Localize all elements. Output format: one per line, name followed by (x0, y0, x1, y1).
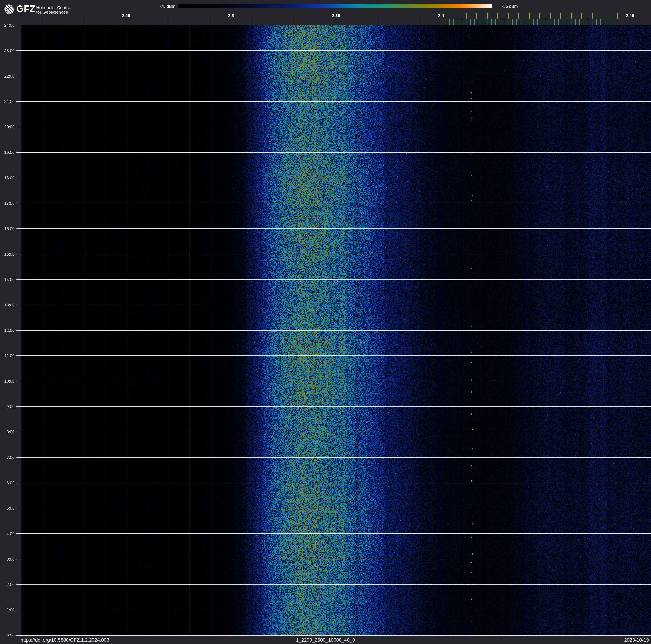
frequency-minor-tick (420, 19, 420, 25)
hour-gridline (17, 432, 651, 432)
hour-gridline (17, 51, 651, 51)
logo-subtitle: Helmholtz Centre for Geosciences (36, 5, 70, 14)
hour-gridline (17, 508, 651, 508)
logo-subtitle-line2: for Geosciences (36, 10, 70, 14)
time-tick-label: 3:00 (0, 557, 15, 562)
ble-channel-tick (487, 19, 488, 25)
hour-gridline (17, 178, 651, 178)
ble-channel-tick (563, 19, 563, 25)
time-tick-label: 9:00 (0, 404, 15, 409)
frequency-tick-label: 2.25 (114, 13, 138, 18)
ble-channel-tick (567, 19, 567, 25)
ble-channel-tick (491, 19, 492, 25)
frequency-minor-tick (252, 19, 252, 25)
frequency-minor-tick (105, 19, 105, 25)
time-tick-label: 11:00 (0, 353, 15, 358)
hour-gridline (17, 101, 651, 102)
frequency-tick-label: 2.4 (428, 13, 454, 18)
time-tick-label: 10:00 (0, 379, 15, 384)
frequency-minor-tick (630, 19, 630, 25)
ble-channel-tick (604, 19, 605, 25)
frequency-minor-tick (294, 19, 294, 25)
wifi-channel-tick (539, 12, 540, 19)
hour-gridline (17, 482, 651, 483)
ble-channel-tick (533, 19, 534, 25)
frequency-minor-tick (189, 19, 189, 25)
wifi-channel-tick (476, 12, 477, 19)
ble-channel-tick (525, 19, 525, 25)
time-tick-label: 14:00 (0, 277, 15, 282)
frequency-minor-tick (273, 19, 273, 25)
footer-bar: https://doi.org/10.5880/GFZ.1.2.2024.003… (0, 636, 651, 644)
gfz-logo-icon (4, 4, 14, 14)
ble-channel-tick (609, 19, 609, 25)
ble-channel-tick (474, 19, 475, 25)
colorbar-max-label: -55 dBm (502, 4, 518, 8)
ble-channel-tick (541, 19, 542, 25)
ble-channel-tick (575, 19, 576, 25)
wifi-channel-tick (592, 12, 593, 19)
wifi-channel-tick (497, 12, 498, 19)
ble-channel-tick (470, 19, 471, 25)
hour-gridline (17, 305, 651, 305)
frequency-minor-tick (315, 19, 315, 25)
time-tick-label: 24:00 (0, 23, 15, 28)
frequency-minor-tick (63, 19, 63, 25)
ble-channel-tick (558, 19, 559, 25)
ble-channel-tick (521, 19, 521, 25)
hour-gridline (17, 584, 651, 585)
frequency-minor-tick (21, 19, 21, 25)
frequency-minor-tick (231, 19, 231, 25)
ble-channel-tick (550, 19, 550, 25)
time-tick-label: 8:00 (0, 430, 15, 435)
hour-gridline (17, 330, 651, 331)
logo-org-text: GFZ (17, 4, 35, 13)
wifi-channel-tick (550, 12, 551, 19)
ble-channel-tick (592, 19, 592, 25)
wifi-channel-tick (560, 12, 561, 19)
frequency-minor-tick (399, 19, 399, 25)
ble-channel-tick (504, 19, 504, 25)
time-tick-label: 7:00 (0, 455, 15, 460)
hour-gridline (17, 229, 651, 229)
hour-gridline (17, 76, 651, 76)
time-tick-label: 20:00 (0, 124, 15, 129)
ble-channel-tick (462, 19, 462, 25)
ble-channel-tick (596, 19, 597, 25)
frequency-minor-tick (336, 19, 336, 25)
wifi-channel-tick (519, 12, 519, 19)
time-tick-label: 19:00 (0, 150, 15, 155)
ble-channel-tick (454, 19, 454, 25)
time-tick-label: 21:00 (0, 99, 15, 104)
time-tick-label: 5:00 (0, 506, 15, 511)
date-label: 2023-10-19 (624, 637, 649, 643)
frequency-minor-tick (147, 19, 147, 25)
frequency-minor-tick (42, 19, 42, 25)
time-tick-label: 18:00 (0, 175, 15, 180)
time-tick-label: 4:00 (0, 531, 15, 536)
wifi-channel-tick (466, 12, 467, 19)
frequency-tick-label: 2.3 (218, 13, 244, 18)
time-tick-label: 15:00 (0, 252, 15, 257)
spectrogram-page: GFZ Helmholtz Centre for Geosciences -75… (0, 0, 651, 644)
colorbar-gradient (179, 4, 492, 8)
frequency-tick-label: 2.35 (323, 13, 349, 18)
time-tick-label: 12:00 (0, 328, 15, 333)
frequency-minor-tick (210, 19, 210, 25)
ble-channel-tick (458, 19, 458, 25)
time-tick-label: 22:00 (0, 74, 15, 79)
time-tick-label: 17:00 (0, 201, 15, 206)
hour-gridline (17, 533, 651, 534)
hour-gridline (17, 381, 651, 381)
hour-gridline (17, 406, 651, 407)
ble-channel-tick (537, 19, 538, 25)
ble-channel-tick (517, 19, 517, 25)
time-tick-label: 23:00 (0, 48, 15, 53)
wifi-channel-tick (571, 12, 571, 19)
logo-subtitle-line1: Helmholtz Centre (36, 5, 70, 10)
wifi-channel-tick (582, 12, 582, 19)
hour-gridline (17, 254, 651, 254)
hour-gridline (17, 279, 651, 280)
hour-gridline (17, 152, 651, 153)
ble-channel-tick (483, 19, 483, 25)
